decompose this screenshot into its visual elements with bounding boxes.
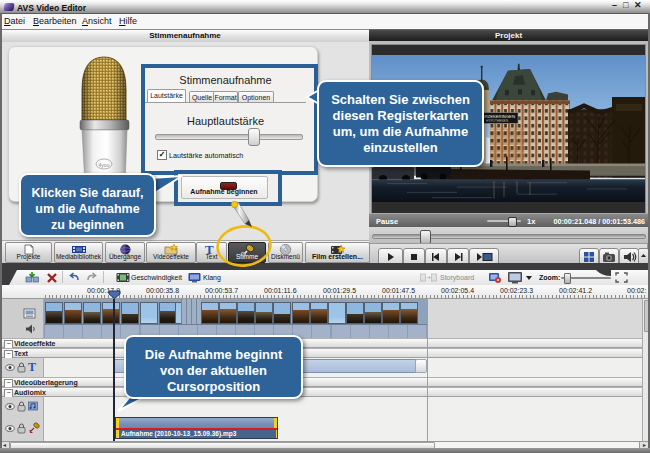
svg-text:VERZEKERINGEN: VERZEKERINGEN [479,114,515,119]
svg-text:4you: 4you [99,162,110,168]
svg-text:HYPOTHEKEN: HYPOTHEKEN [486,119,508,123]
